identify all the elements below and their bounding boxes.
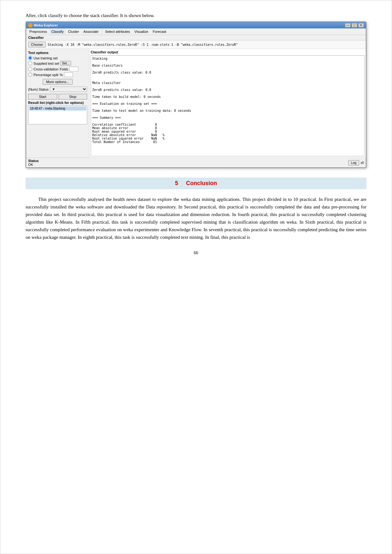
choose-button[interactable]: Choose xyxy=(28,42,46,47)
radio-use-training-label: Use training set xyxy=(33,56,57,60)
status-ok-text: OK xyxy=(28,163,33,166)
weka-titlebar-title: Weka Explorer xyxy=(28,23,58,27)
close-button[interactable]: ✕ xyxy=(358,23,364,27)
weka-status-bar: Status OK Log x0 xyxy=(26,158,366,167)
menu-visualize[interactable]: Visualize xyxy=(133,29,150,34)
classifier-row: Choose Stacking -X 10 -M "weka.classifie… xyxy=(26,40,366,49)
weka-main-area: Test options Use training set Supplied t… xyxy=(26,49,366,158)
weka-titlebar: Weka Explorer — □ ✕ xyxy=(26,22,366,28)
menu-separator xyxy=(102,29,102,34)
section-title: Conclusion xyxy=(186,180,217,186)
num-status-label: (Num) Status xyxy=(28,87,49,91)
menu-preprocess[interactable]: Preprocess xyxy=(27,29,49,34)
status-label: Status xyxy=(28,159,39,163)
weka-left-panel: Test options Use training set Supplied t… xyxy=(26,49,89,158)
weka-titlebar-controls: — □ ✕ xyxy=(345,23,364,27)
percentage-input[interactable]: 66 xyxy=(64,72,73,77)
radio-cross-validation[interactable] xyxy=(28,67,32,71)
classifier-output-area: Stacking Base classifiers ZeroR predicts… xyxy=(91,55,365,156)
more-options-button[interactable]: More options... xyxy=(43,79,73,85)
radio-supplied[interactable] xyxy=(28,61,32,65)
status-right-area: Log x0 xyxy=(348,160,364,166)
radio-supplied-label: Supplied test set xyxy=(33,62,59,65)
folds-input[interactable]: 10 xyxy=(69,67,78,71)
log-button[interactable]: Log xyxy=(348,160,359,166)
start-stop-row: Start Stop xyxy=(28,94,87,99)
radio-percentage-label: Percentage split xyxy=(33,73,58,77)
radio-supplied-row: Supplied test set Set... xyxy=(28,61,87,66)
result-item[interactable]: 18:48:47 - meta.Stacking xyxy=(29,106,86,111)
minimize-button[interactable]: — xyxy=(345,23,351,27)
menu-forecast[interactable]: Forecast xyxy=(151,29,168,34)
page-wrapper: After, click classify to choose the stac… xyxy=(0,0,392,554)
radio-percentage-row: Percentage split % 66 xyxy=(28,72,87,77)
menu-classify[interactable]: Classify xyxy=(50,29,66,34)
status-section: Status OK xyxy=(28,159,39,166)
section-heading: 5 Conclusion xyxy=(26,178,366,189)
stop-button[interactable]: Stop xyxy=(58,94,87,99)
supplied-set-button[interactable]: Set... xyxy=(60,61,71,66)
classifier-text: Stacking -X 10 -M "weka.classifiers.rule… xyxy=(48,43,364,46)
start-button[interactable]: Start xyxy=(28,94,57,99)
page-number: 66 xyxy=(26,250,366,256)
intro-text: After, click classify to choose the stac… xyxy=(26,13,366,18)
weka-right-panel: Classifier output Stacking Base classifi… xyxy=(89,49,366,158)
maximize-button[interactable]: □ xyxy=(352,23,357,27)
classifier-section-label: Classifier xyxy=(26,35,366,40)
radio-cross-label: Cross-validation xyxy=(33,67,58,71)
result-list-label: Result list (right-click for options) xyxy=(28,101,87,105)
weka-explorer-window: Weka Explorer — □ ✕ Preprocess Classify … xyxy=(26,21,366,168)
classifier-output-label: Classifier output xyxy=(91,50,365,54)
menu-select-attributes[interactable]: Select attributes xyxy=(103,29,132,34)
radio-percentage-split[interactable] xyxy=(28,73,32,77)
test-options-label: Test options xyxy=(28,51,87,55)
section-number: 5 xyxy=(175,180,178,186)
num-status-dropdown[interactable]: ▼ xyxy=(50,87,87,92)
menu-cluster[interactable]: Cluster xyxy=(66,29,81,34)
status-x0-text: x0 xyxy=(360,161,364,165)
radio-use-training[interactable] xyxy=(28,56,32,60)
weka-title-label: Weka Explorer xyxy=(34,23,58,27)
radio-use-training-row: Use training set xyxy=(28,56,87,60)
radio-cross-row: Cross-validation Folds 10 xyxy=(28,67,87,71)
conclusion-paragraph: This project successfully analysed the h… xyxy=(26,196,366,241)
section-heading-text: 5 Conclusion xyxy=(175,180,217,186)
folds-label: Folds xyxy=(60,67,68,71)
result-list: 18:48:47 - meta.Stacking xyxy=(28,105,87,124)
weka-menubar: Preprocess Classify Cluster Associate Se… xyxy=(26,28,366,35)
num-status-row: (Num) Status ▼ xyxy=(28,87,87,92)
percentage-symbol: % xyxy=(60,73,63,77)
menu-associate[interactable]: Associate xyxy=(81,29,100,34)
weka-logo-icon xyxy=(28,23,33,27)
